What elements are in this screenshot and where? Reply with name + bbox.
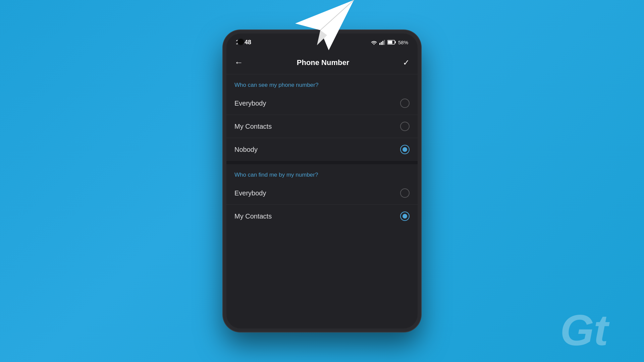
svg-text:t: t bbox=[594, 306, 610, 352]
section2-title: Who can find me by my number? bbox=[226, 164, 418, 182]
option-everybody-findable-radio[interactable] bbox=[400, 188, 410, 198]
svg-rect-8 bbox=[384, 40, 385, 45]
option-mycontacts-findable-label: My Contacts bbox=[234, 213, 272, 220]
screen-title: Phone Number bbox=[297, 58, 349, 67]
option-mycontacts-findable-radio[interactable] bbox=[400, 212, 410, 221]
svg-rect-7 bbox=[382, 41, 383, 45]
confirm-button[interactable]: ✓ bbox=[403, 58, 410, 67]
vol-down-button bbox=[223, 137, 224, 161]
svg-rect-5 bbox=[379, 43, 380, 45]
section-phone-findable: Who can find me by my number? Everybody … bbox=[226, 164, 418, 228]
svg-rect-6 bbox=[381, 42, 382, 45]
camera-hole bbox=[237, 38, 245, 46]
power-button bbox=[420, 101, 421, 127]
status-icons: 58% bbox=[371, 40, 408, 45]
option-nobody-visibility[interactable]: Nobody bbox=[226, 138, 418, 161]
svg-rect-10 bbox=[395, 41, 396, 43]
option-everybody-visibility-label: Everybody bbox=[234, 100, 266, 107]
option-everybody-findable[interactable]: Everybody bbox=[226, 182, 418, 205]
battery-icon bbox=[387, 40, 396, 45]
battery-text: 58% bbox=[398, 40, 408, 45]
watermark: G t bbox=[560, 305, 627, 352]
telegram-logo bbox=[288, 0, 356, 55]
section1-title: Who can see my phone number? bbox=[226, 74, 418, 92]
option-mycontacts-visibility-label: My Contacts bbox=[234, 123, 272, 130]
section-phone-visibility: Who can see my phone number? Everybody M… bbox=[226, 74, 418, 161]
signal-icon bbox=[379, 40, 385, 45]
option-mycontacts-visibility[interactable]: My Contacts bbox=[226, 115, 418, 138]
phone-wrapper: 10:48 bbox=[223, 30, 421, 332]
option-everybody-visibility[interactable]: Everybody bbox=[226, 92, 418, 115]
screen-content: Who can see my phone number? Everybody M… bbox=[226, 74, 418, 328]
option-mycontacts-visibility-radio[interactable] bbox=[400, 122, 410, 131]
section-divider bbox=[226, 161, 418, 164]
option-mycontacts-findable[interactable]: My Contacts bbox=[226, 205, 418, 228]
option-everybody-findable-label: Everybody bbox=[234, 189, 266, 197]
vol-silent-button bbox=[223, 87, 224, 104]
back-button[interactable]: ← bbox=[234, 57, 243, 68]
vol-up-button bbox=[223, 109, 224, 132]
option-nobody-visibility-radio[interactable] bbox=[400, 145, 410, 154]
phone-frame: 10:48 bbox=[223, 30, 421, 332]
svg-text:G: G bbox=[560, 306, 594, 352]
option-nobody-visibility-label: Nobody bbox=[234, 146, 258, 154]
option-everybody-visibility-radio[interactable] bbox=[400, 99, 410, 108]
svg-rect-11 bbox=[388, 41, 392, 44]
wifi-icon bbox=[371, 40, 377, 45]
